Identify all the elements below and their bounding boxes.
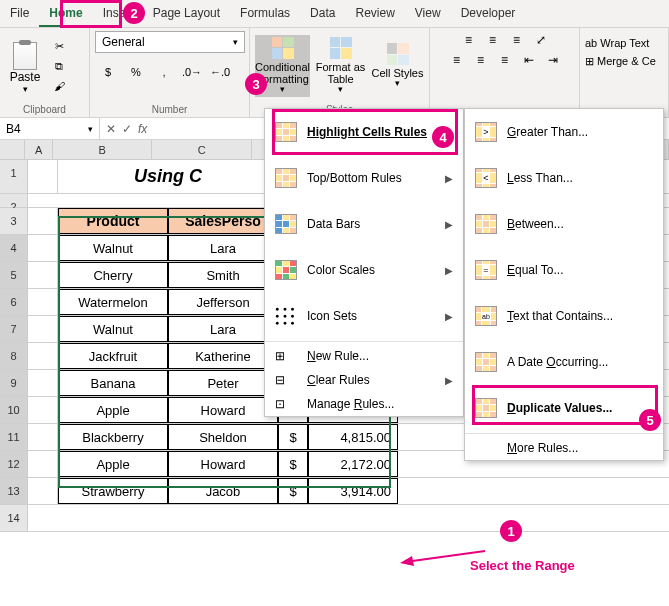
align-bottom-button[interactable]: ≡	[506, 31, 528, 49]
header-product[interactable]: Product	[58, 208, 168, 234]
align-left-button[interactable]: ≡	[446, 51, 468, 69]
cell-product[interactable]: Walnut	[58, 316, 168, 342]
cell-person[interactable]: Lara	[168, 316, 278, 342]
cell-product[interactable]: Strawberry	[58, 478, 168, 504]
align-middle-button[interactable]: ≡	[482, 31, 504, 49]
format-painter-button[interactable]: 🖌	[49, 77, 69, 95]
cell-product[interactable]: Blackberry	[58, 424, 168, 450]
row-h-3[interactable]: 3	[0, 208, 28, 234]
cell-person[interactable]: Peter	[168, 370, 278, 396]
cell-product[interactable]: Apple	[58, 397, 168, 423]
align-top-button[interactable]: ≡	[458, 31, 480, 49]
row-h-14[interactable]: 14	[0, 505, 28, 531]
col-B[interactable]: B	[53, 140, 153, 159]
menu-color-scales[interactable]: Color Scales ▶	[265, 247, 463, 293]
row-h-2[interactable]: 2	[0, 194, 28, 207]
cut-button[interactable]: ✂	[49, 37, 69, 55]
wrap-text-button[interactable]: ab Wrap Text	[585, 37, 649, 49]
orientation-button[interactable]: ⤢	[530, 31, 552, 49]
row-h-4[interactable]: 4	[0, 235, 28, 261]
menu-label-new: New Rule...	[307, 349, 453, 363]
row-h-12[interactable]: 12	[0, 451, 28, 477]
row-h-11[interactable]: 11	[0, 424, 28, 450]
cell-product[interactable]: Walnut	[58, 235, 168, 261]
row-h-7[interactable]: 7	[0, 316, 28, 342]
cell-person[interactable]: Jacob	[168, 478, 278, 504]
menu-data-bars[interactable]: Data Bars ▶	[265, 201, 463, 247]
cell-product[interactable]: Apple	[58, 451, 168, 477]
menu-less-than[interactable]: < Less Than...	[465, 155, 663, 201]
cell-price[interactable]: 4,815.00	[308, 424, 398, 450]
menu-clear-rules[interactable]: ⊟ Clear Rules ▶	[265, 368, 463, 392]
indent-inc-button[interactable]: ⇥	[542, 51, 564, 69]
menu-between[interactable]: Between...	[465, 201, 663, 247]
group-label-number: Number	[90, 104, 249, 115]
tab-home[interactable]: Home	[39, 1, 92, 27]
menu-text-contains[interactable]: ab Text that Contains...	[465, 293, 663, 339]
menu-manage-rules[interactable]: ⊡ Manage Rules...	[265, 392, 463, 416]
cell-person[interactable]: Sheldon	[168, 424, 278, 450]
cell-person[interactable]: Smith	[168, 262, 278, 288]
row-h-6[interactable]: 6	[0, 289, 28, 315]
menu-label-databars: Data Bars	[307, 217, 435, 231]
decrease-decimal-button[interactable]: ←.0	[207, 61, 233, 83]
row-h-5[interactable]: 5	[0, 262, 28, 288]
row-h-13[interactable]: 13	[0, 478, 28, 504]
row-h-10[interactable]: 10	[0, 397, 28, 423]
indent-dec-button[interactable]: ⇤	[518, 51, 540, 69]
menu-top-bottom[interactable]: Top/Bottom Rules ▶	[265, 155, 463, 201]
cell-currency[interactable]: $	[278, 424, 308, 450]
cell-person[interactable]: Jefferson	[168, 289, 278, 315]
tab-developer[interactable]: Developer	[451, 1, 526, 27]
cell-person[interactable]: Howard	[168, 397, 278, 423]
select-all-button[interactable]	[0, 140, 25, 159]
enter-icon[interactable]: ✓	[122, 122, 132, 136]
menu-new-rule[interactable]: ⊞ New Rule...	[265, 344, 463, 368]
paste-button[interactable]: Paste ▾	[5, 38, 45, 94]
menu-equal-to[interactable]: = Equal To...	[465, 247, 663, 293]
accounting-button[interactable]: $	[95, 61, 121, 83]
align-center-button[interactable]: ≡	[470, 51, 492, 69]
name-box[interactable]: B4 ▾	[0, 118, 100, 139]
cell-currency[interactable]: $	[278, 478, 308, 504]
tab-page-layout[interactable]: Page Layout	[143, 1, 230, 27]
cell-product[interactable]: Jackfruit	[58, 343, 168, 369]
col-C[interactable]: C	[152, 140, 252, 159]
format-as-table-button[interactable]: Format as Table▾	[314, 35, 367, 97]
cell-currency[interactable]: $	[278, 451, 308, 477]
cell-styles-button[interactable]: Cell Styles▾	[371, 41, 424, 91]
menu-duplicate-values[interactable]: Duplicate Values...	[465, 385, 663, 431]
cell-price[interactable]: 2,172.00	[308, 451, 398, 477]
col-A[interactable]: A	[25, 140, 52, 159]
tab-review[interactable]: Review	[345, 1, 404, 27]
merge-center-button[interactable]: ⊞ Merge & Ce	[585, 55, 656, 68]
header-person[interactable]: SalesPerso	[168, 208, 278, 234]
tab-view[interactable]: View	[405, 1, 451, 27]
cell-price[interactable]: 3,914.00	[308, 478, 398, 504]
cell-person[interactable]: Lara	[168, 235, 278, 261]
menu-icon-sets[interactable]: ●●●●●●●●● Icon Sets ▶	[265, 293, 463, 339]
menu-date-occurring[interactable]: A Date Occurring...	[465, 339, 663, 385]
tab-file[interactable]: File	[0, 1, 39, 27]
increase-decimal-button[interactable]: .0→	[179, 61, 205, 83]
cell-person[interactable]: Howard	[168, 451, 278, 477]
row-h-8[interactable]: 8	[0, 343, 28, 369]
menu-greater-than[interactable]: > Greater Than...	[465, 109, 663, 155]
align-right-button[interactable]: ≡	[494, 51, 516, 69]
fx-label[interactable]: fx	[138, 122, 147, 136]
cell-product[interactable]: Cherry	[58, 262, 168, 288]
number-format-select[interactable]: General ▾	[95, 31, 245, 53]
comma-button[interactable]: ,	[151, 61, 177, 83]
copy-button[interactable]: ⧉	[49, 57, 69, 75]
row-h-1[interactable]: 1	[0, 160, 28, 193]
cell-person[interactable]: Katherine	[168, 343, 278, 369]
percent-button[interactable]: %	[123, 61, 149, 83]
menu-more-rules[interactable]: More Rules...	[465, 436, 663, 460]
tab-data[interactable]: Data	[300, 1, 345, 27]
tab-formulas[interactable]: Formulas	[230, 1, 300, 27]
cell-product[interactable]: Watermelon	[58, 289, 168, 315]
cell-product[interactable]: Banana	[58, 370, 168, 396]
row-h-9[interactable]: 9	[0, 370, 28, 396]
title-cell[interactable]: Using C	[58, 160, 278, 193]
cancel-icon[interactable]: ✕	[106, 122, 116, 136]
